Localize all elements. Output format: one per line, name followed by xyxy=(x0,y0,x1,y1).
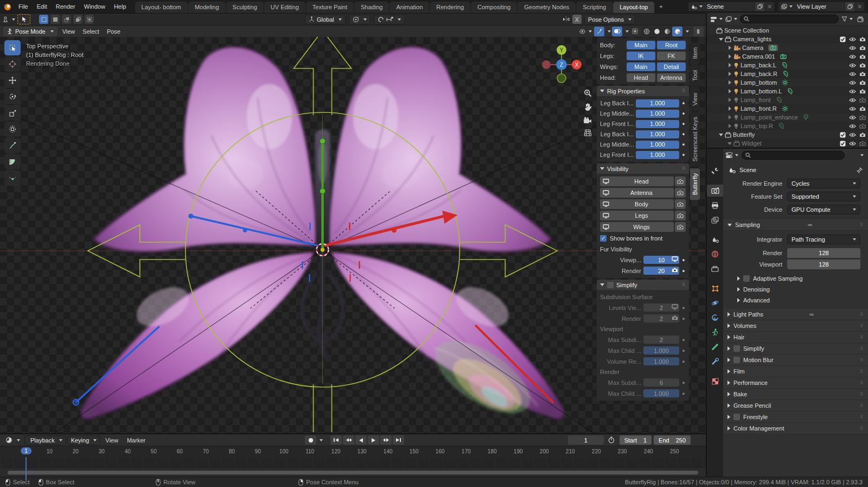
rig-property-slider[interactable]: 1.000 xyxy=(636,141,679,149)
cursor-tool[interactable] xyxy=(4,56,21,72)
shading-material-button[interactable] xyxy=(662,27,672,36)
pose-options-dropdown[interactable]: Pose Options xyxy=(584,15,635,24)
disclosure-open-icon[interactable] xyxy=(719,132,723,137)
eye-toggle[interactable] xyxy=(849,54,856,59)
blender-logo-icon[interactable] xyxy=(0,2,14,11)
transform-tool[interactable] xyxy=(4,122,21,137)
animate-dot[interactable]: ● xyxy=(681,121,686,127)
rig-layer-button-main[interactable]: Main xyxy=(627,62,655,71)
next-keyframe-button[interactable] xyxy=(380,435,392,445)
animate-dot[interactable]: ● xyxy=(681,152,686,157)
workspace-tab-sculpting[interactable]: Sculpting xyxy=(226,2,264,13)
select-mode-intersect[interactable] xyxy=(85,15,94,24)
outliner-row[interactable]: Butterfly xyxy=(707,130,868,139)
properties-tab-bone[interactable] xyxy=(707,341,723,353)
properties-tab-object[interactable] xyxy=(707,282,723,294)
animate-dot[interactable]: ● xyxy=(681,305,686,311)
shading-rendered-button[interactable] xyxy=(672,27,682,36)
disclosure-closed-icon[interactable] xyxy=(727,124,732,128)
camera-off-toggle[interactable] xyxy=(859,97,866,103)
simplify-field[interactable]: 2 xyxy=(643,303,679,312)
disclosure-closed-icon[interactable] xyxy=(727,106,732,111)
disclosure-open-icon[interactable] xyxy=(727,141,732,146)
disclosure-open-icon[interactable] xyxy=(719,37,723,41)
visibility-toggle-legs[interactable]: Legs xyxy=(600,211,674,220)
outliner-row[interactable]: Lamp_back.R xyxy=(707,69,868,78)
workspace-tab-geometry-nodes[interactable]: Geometry Nodes xyxy=(518,2,576,13)
menu-window[interactable]: Window xyxy=(80,0,110,13)
gizmos-toggle[interactable] xyxy=(594,27,604,36)
snap-proportional-dropdown[interactable] xyxy=(374,15,405,24)
outliner-row[interactable]: Lamp_back.L xyxy=(707,61,868,69)
select-mode-new[interactable] xyxy=(39,15,48,24)
rig-property-slider[interactable]: 1.000 xyxy=(636,99,679,107)
rig-properties-header[interactable]: Rig Properties⠿ xyxy=(597,86,689,96)
workspace-tab-scripting[interactable]: Scripting xyxy=(576,2,612,13)
shading-dropdown[interactable] xyxy=(686,30,689,33)
playhead[interactable] xyxy=(25,457,27,480)
rig-layer-button-detail[interactable]: Detail xyxy=(657,62,686,71)
rotate-tool[interactable] xyxy=(4,89,21,104)
xray-toggle[interactable] xyxy=(630,27,640,36)
jump-end-button[interactable] xyxy=(393,435,404,445)
eye-toggle[interactable] xyxy=(849,124,856,129)
zoom-tool-icon[interactable] xyxy=(584,89,592,97)
visibility-render-toggle[interactable] xyxy=(675,188,686,198)
section-checkbox[interactable] xyxy=(733,345,740,352)
perspective-toggle-icon[interactable] xyxy=(584,129,592,136)
eye-toggle[interactable] xyxy=(849,106,856,111)
disclosure-closed-icon[interactable] xyxy=(727,72,732,76)
sampling-subsection[interactable]: Denoising xyxy=(723,284,868,295)
outliner-row[interactable]: Lamp_bottom.L xyxy=(707,87,868,96)
workspace-tab-layout-top[interactable]: Layout-top xyxy=(613,2,654,13)
visibility-toggle-body[interactable]: Body xyxy=(600,199,674,209)
checkbox-toggle[interactable] xyxy=(840,36,846,42)
frame-end-field[interactable]: End250 xyxy=(654,435,691,445)
camera-toggle[interactable] xyxy=(859,80,866,85)
select-mode-subtract[interactable] xyxy=(62,15,71,24)
properties-tab-texture[interactable] xyxy=(707,375,723,387)
select-box-tool[interactable] xyxy=(4,40,21,55)
disclosure-closed-icon[interactable] xyxy=(727,98,732,102)
timeline-marker-menu[interactable]: Marker xyxy=(123,437,149,444)
rig-property-slider[interactable]: 1.000 xyxy=(636,120,679,128)
viewport-menu-view[interactable]: View xyxy=(59,28,79,35)
outliner-row[interactable]: Lamp_front xyxy=(707,96,868,104)
properties-editor-type-dropdown[interactable] xyxy=(725,151,738,160)
properties-tab-bone-constraint[interactable] xyxy=(707,356,723,368)
sidebar-tab-item[interactable]: Item xyxy=(690,42,700,64)
rig-layer-button-ik[interactable]: IK xyxy=(627,52,655,60)
properties-tab-collection[interactable] xyxy=(707,263,723,275)
properties-section-light-paths[interactable]: Light Paths≔⠿ xyxy=(723,309,868,320)
properties-tab-constraints[interactable] xyxy=(707,312,723,324)
properties-section-film[interactable]: Film⠿ xyxy=(723,366,868,377)
eye-toggle[interactable] xyxy=(849,89,856,94)
jump-start-button[interactable] xyxy=(330,435,342,445)
eye-toggle[interactable] xyxy=(849,72,856,77)
disclosure-closed-icon[interactable] xyxy=(727,115,732,119)
sampling-panel-header[interactable]: Sampling ≔⠿ xyxy=(723,219,868,231)
object-visibility-dropdown[interactable] xyxy=(578,27,593,36)
samples-viewport-field[interactable]: 128 xyxy=(787,260,860,269)
properties-tab-tool[interactable] xyxy=(707,165,723,177)
properties-tab-output[interactable] xyxy=(707,199,723,211)
camera-toggle[interactable] xyxy=(859,106,866,111)
copy-view-layer-button[interactable] xyxy=(845,2,854,11)
pan-tool-icon[interactable] xyxy=(584,103,592,111)
eye-toggle[interactable] xyxy=(849,80,856,85)
property-dropdown-feature-set[interactable]: Supported xyxy=(787,192,860,201)
pivot-point-dropdown[interactable] xyxy=(349,15,371,24)
integrator-dropdown[interactable]: Path Tracing xyxy=(787,235,860,244)
outliner-row[interactable]: Camera_lights xyxy=(707,35,868,43)
simplify-field[interactable]: 1.000 xyxy=(643,389,679,397)
frame-start-field[interactable]: Start1 xyxy=(620,435,652,445)
eye-toggle[interactable] xyxy=(849,63,856,68)
camera-toggle[interactable] xyxy=(859,45,866,50)
copy-scene-button[interactable] xyxy=(755,2,764,11)
animate-dot[interactable]: ● xyxy=(681,337,686,343)
rig-property-slider[interactable]: 1.000 xyxy=(636,130,679,138)
viewport-menu-pose[interactable]: Pose xyxy=(103,28,124,35)
gizmos-dropdown[interactable] xyxy=(608,30,611,33)
properties-tab-world[interactable] xyxy=(707,248,723,260)
properties-tab-scene[interactable] xyxy=(707,233,723,245)
